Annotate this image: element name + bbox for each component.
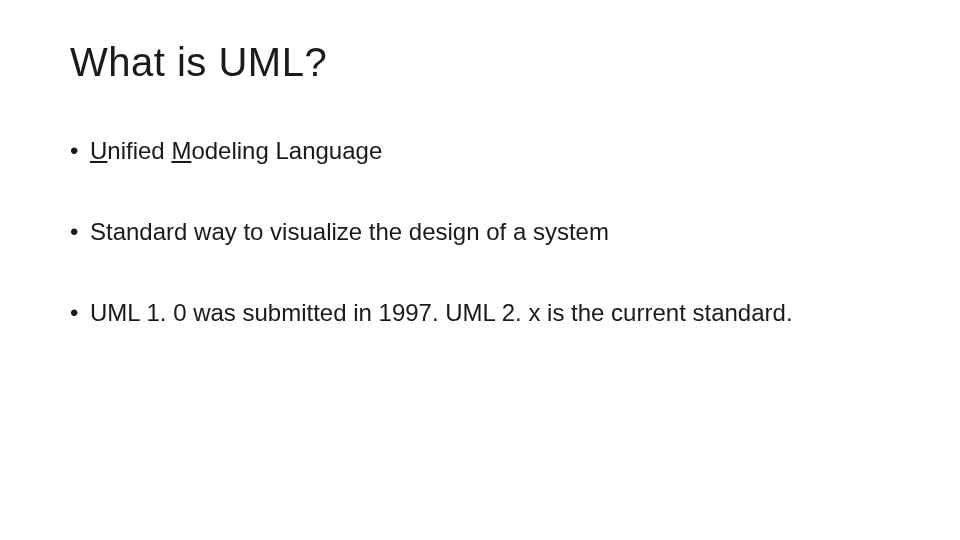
text-part1: nified	[107, 137, 171, 164]
bullet-item-2: Standard way to visualize the design of …	[70, 216, 890, 247]
bullet-item-1: Unified Modeling Language	[70, 135, 890, 166]
bullet-item-3: UML 1. 0 was submitted in 1997. UML 2. x…	[70, 297, 890, 328]
text-part2: odeling Language	[191, 137, 382, 164]
underline-u: U	[90, 137, 107, 164]
underline-m: M	[171, 137, 191, 164]
bullet-list: Unified Modeling Language Standard way t…	[70, 135, 890, 329]
slide-title: What is UML?	[70, 40, 890, 85]
